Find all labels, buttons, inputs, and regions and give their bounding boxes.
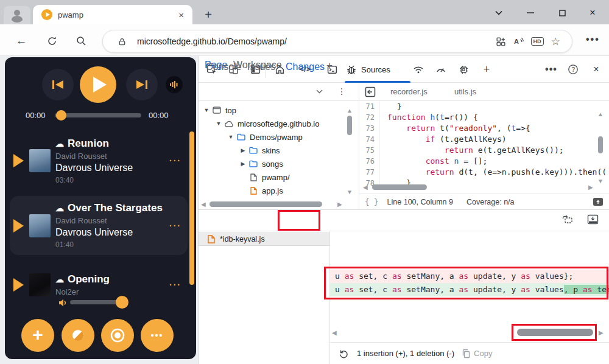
code-line[interactable]: 74 if (t.getAllKeys) [359, 134, 609, 145]
code-line[interactable]: 77 return d(t, (e=>n.push(e.key))).then(… [359, 167, 609, 178]
browser-menu-icon[interactable]: ••• [586, 34, 600, 45]
read-aloud-icon[interactable]: A [510, 37, 528, 46]
add-song-button[interactable]: + [21, 319, 54, 352]
performance-tab-icon[interactable] [433, 62, 449, 77]
player-more-button[interactable]: ••• [141, 319, 174, 352]
new-tab-button[interactable]: + [201, 8, 216, 22]
record-button[interactable] [101, 319, 134, 352]
search-icon[interactable] [72, 32, 90, 50]
seek-knob[interactable] [56, 110, 66, 121]
window-close-button[interactable]: × [583, 6, 602, 19]
tree-item-demos-pwamp[interactable]: ▼Demos/pwamp [199, 130, 348, 144]
code-line[interactable]: 75 return e(t.getAllKeys()); [359, 145, 609, 156]
tree-item-songs[interactable]: ▶songs [199, 157, 348, 170]
file-tab-recorder[interactable]: recorder.js [390, 87, 428, 96]
address-bar[interactable]: microsoftedge.github.io/Demos/pwamp/ A H… [102, 30, 572, 53]
pretty-print-icon[interactable]: { } [365, 197, 379, 206]
dock-drawer-bottom-icon[interactable] [587, 214, 599, 225]
tree-item-app-js[interactable]: app.js [199, 184, 348, 197]
line-number: 75 [359, 145, 379, 156]
changed-file-item[interactable]: *idb-keyval.js [199, 233, 329, 246]
tab-console[interactable]: Console [206, 61, 242, 72]
chevron-down-icon[interactable]: ▼ [202, 107, 211, 113]
memory-tab-icon[interactable] [456, 62, 471, 77]
tree-scroll-up-icon[interactable]: ▲ [347, 107, 353, 114]
tab-sources[interactable]: Sources [346, 56, 390, 83]
editor-hscrollbar[interactable] [372, 184, 427, 190]
song-menu-icon[interactable]: ··· [169, 221, 181, 231]
editor-scroll-right-icon[interactable]: ▶ [588, 184, 593, 191]
url-text[interactable]: microsoftedge.github.io/Demos/pwamp/ [137, 37, 491, 46]
code-line[interactable]: 71 } [359, 101, 609, 112]
tree-scroll-down-icon[interactable]: ▼ [347, 189, 353, 195]
diff-scroll-right-icon[interactable]: ▶ [599, 329, 604, 336]
song-row[interactable]: ☁ReunionDavid RoussetDavrous Universe03:… [10, 130, 188, 191]
code-line[interactable]: 73 return t("readonly", (t=>{ [359, 123, 609, 134]
more-tabs-button[interactable]: + [479, 62, 495, 77]
tree-vscrollbar[interactable] [347, 116, 352, 135]
hd-icon[interactable]: HD [528, 37, 546, 46]
copy-icon[interactable] [462, 349, 470, 359]
tree-item-microsoftedge-github-io[interactable]: ▼microsoftedge.github.io [199, 117, 348, 130]
line-number: 71 [359, 101, 379, 112]
pwamp-player: 00:00 00:00 ☁ReunionDavid RoussetDavrous… [5, 57, 196, 359]
chevron-down-icon[interactable]: ▼ [214, 121, 223, 127]
chevron-right-icon[interactable]: ▶ [239, 161, 247, 167]
editor-vscrollbar[interactable] [598, 136, 603, 153]
tree-scroll-left-icon[interactable]: ◀ [201, 201, 206, 208]
song-row[interactable]: ☁Over The StargatesDavid RoussetDavrous … [10, 196, 188, 255]
profile-button[interactable] [4, 6, 30, 24]
tree-hscrollbar[interactable] [209, 201, 322, 207]
chevron-down-icon[interactable]: ▼ [227, 134, 235, 140]
play-button[interactable] [80, 66, 116, 103]
song-menu-icon[interactable]: ··· [169, 280, 181, 290]
code-line[interactable]: 76 const n = []; [359, 156, 609, 167]
copy-button[interactable]: Copy [474, 349, 492, 358]
previous-track-button[interactable] [42, 69, 74, 100]
code-line[interactable]: 72function h(t=r()) { [359, 112, 609, 123]
restore-drawer-icon[interactable] [561, 214, 574, 225]
revert-icon[interactable] [339, 349, 348, 359]
next-track-button[interactable] [126, 69, 158, 100]
browser-tab[interactable]: pwamp × [33, 5, 192, 24]
devtools-menu-icon[interactable]: ••• [543, 62, 559, 77]
editor-scroll-down-icon[interactable]: ▼ [597, 178, 604, 184]
navigator-kebab-icon[interactable]: ⋮ [337, 86, 346, 96]
tab-close-icon[interactable]: × [176, 10, 186, 20]
song-play-icon[interactable] [13, 154, 29, 167]
skin-button[interactable] [62, 319, 94, 352]
diff-scroll-left-icon[interactable]: ◀ [332, 329, 337, 336]
tree-item-pwamp-[interactable]: pwamp/ [199, 170, 348, 184]
chevron-right-icon[interactable]: ▶ [239, 147, 247, 153]
seek-slider[interactable] [55, 113, 141, 117]
network-tab-icon[interactable] [410, 62, 426, 77]
song-menu-icon[interactable]: ··· [169, 156, 181, 166]
tab-actions-chevron-icon[interactable] [490, 6, 508, 19]
editor-scroll-left-icon[interactable]: ◀ [363, 184, 368, 191]
file-tab-utils[interactable]: utils.js [454, 87, 476, 96]
move-panel-icon[interactable] [593, 197, 604, 206]
hide-navigator-icon[interactable] [365, 86, 376, 97]
editor-scroll-up-icon[interactable]: ▲ [597, 111, 604, 117]
tree-item-skins[interactable]: ▶skins [199, 144, 348, 157]
help-icon[interactable]: ? [565, 62, 581, 77]
refresh-button[interactable] [43, 32, 61, 50]
tree-item-top[interactable]: ▼top [199, 103, 348, 117]
navigator-chevron-icon[interactable] [316, 89, 323, 94]
song-play-icon[interactable] [13, 278, 29, 292]
volume-knob[interactable] [116, 296, 128, 309]
back-button[interactable]: ← [12, 32, 30, 50]
favorites-star-icon[interactable]: ☆ [546, 35, 565, 48]
visualizer-icon[interactable] [166, 76, 183, 93]
tree-scroll-right-icon[interactable]: ▶ [337, 201, 342, 208]
window-minimize-button[interactable] [521, 6, 540, 19]
player-scrollbar[interactable] [189, 131, 194, 285]
tab-issues[interactable]: Issues [247, 61, 275, 72]
devtools-close-button[interactable]: × [588, 62, 604, 77]
drawer-add-tab-button[interactable]: + [326, 60, 333, 72]
tab-changes[interactable]: Changes [286, 61, 325, 72]
code-editor[interactable]: 71 }72function h(t=r()) {73 return t("re… [359, 101, 609, 194]
apps-icon[interactable] [491, 37, 510, 47]
window-maximize-button[interactable] [553, 6, 571, 19]
song-play-icon[interactable] [13, 219, 29, 233]
